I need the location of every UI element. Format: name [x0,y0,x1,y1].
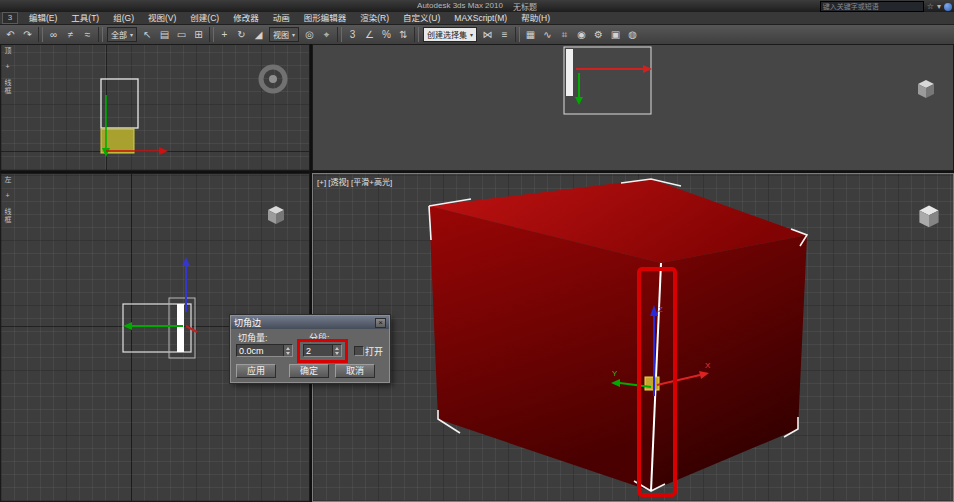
viewcube[interactable] [268,206,284,224]
toolbar-separator [414,27,419,42]
menu-customize[interactable]: 自定义(U) [396,12,447,24]
gizmo-x-label: X [705,361,711,370]
menu-create[interactable]: 创建(C) [183,12,226,24]
close-icon[interactable]: × [375,318,386,328]
undo-icon[interactable]: ↶ [2,27,19,42]
viewcube[interactable] [919,206,938,228]
selection-filter-dropdown[interactable]: 全部 ▾ [107,27,137,42]
chevron-down-icon[interactable]: ▾ [937,2,941,11]
infocenter-search-input[interactable] [820,1,924,12]
front-view-scene [313,45,954,171]
favorites-icon[interactable]: ☆ [927,2,934,11]
redo-icon[interactable]: ↷ [19,27,36,42]
menu-rendering[interactable]: 渲染(R) [353,12,396,24]
named-selection-set-value: 创建选择集 [427,29,467,40]
dialog-titlebar[interactable]: 切角边 × [231,316,389,329]
bind-to-spacewarp-icon[interactable]: ≈ [79,27,96,42]
chevron-down-icon: ▾ [470,31,473,38]
select-and-scale-icon[interactable]: ◢ [250,27,267,42]
chamfer-edge-dialog: 切角边 × 切角量: 分段: 0.0cm 2 打开 应用 确定 取消 [230,315,390,383]
toolbar-separator [98,27,103,42]
select-and-manipulate-icon[interactable]: ⌖ [318,27,335,42]
segments-highlight-annotation [297,339,348,363]
viewport-area: 顶 + 线框 [0,44,954,502]
open-checkbox[interactable] [354,346,364,356]
layer-manager-icon[interactable]: ▦ [522,27,539,42]
gizmo-z-label: Z [658,305,663,314]
window-crossing-icon[interactable]: ⊞ [190,27,207,42]
select-by-name-icon[interactable]: ▤ [156,27,173,42]
viewport-perspective[interactable]: [+] [透视] [平滑+高光] [312,173,954,502]
select-and-rotate-icon[interactable]: ↻ [233,27,250,42]
select-object-icon[interactable]: ↖ [139,27,156,42]
dialog-title: 切角边 [234,316,261,329]
document-title: 无标题 [513,1,537,12]
spin-down-icon[interactable] [284,351,292,357]
viewport-top[interactable]: 顶 + 线框 [0,44,310,171]
curve-editor-icon[interactable]: ∿ [539,27,556,42]
percent-snap-icon[interactable]: % [378,27,395,42]
3ds-max-window: Autodesk 3ds Max 2010 无标题 ☆ ▾ 3 编辑(E) 工具… [0,0,954,502]
selected-edge[interactable] [177,304,184,352]
toolbar-separator [38,27,43,42]
viewcube[interactable] [918,80,934,98]
snap-toggle-3d-icon[interactable]: 3 [344,27,361,42]
chamfer-amount-value[interactable]: 0.0cm [237,346,283,356]
toolbar-separator [515,27,520,42]
spinner-snap-icon[interactable]: ⇅ [395,27,412,42]
select-and-move-icon[interactable]: + [216,27,233,42]
selection-bracket [564,47,651,114]
use-pivot-point-icon[interactable]: ◎ [301,27,318,42]
reference-coordinate-value: 视图 [273,29,289,40]
gizmo-plane-handle[interactable] [645,377,659,390]
gizmo-x-arrowhead [159,147,168,155]
gizmo-z-arrowhead [182,257,190,266]
viewport-left-label[interactable]: 左 + 线框 [2,176,12,224]
top-view-scene [1,45,310,171]
render-production-icon[interactable]: ◍ [624,27,641,42]
select-link-icon[interactable]: ∞ [45,27,62,42]
schematic-view-icon[interactable]: ⌗ [556,27,573,42]
render-setup-icon[interactable]: ⚙ [590,27,607,42]
reference-coordinate-dropdown[interactable]: 视图 ▾ [269,27,299,42]
menu-tools[interactable]: 工具(T) [64,12,106,24]
rectangular-selection-region-icon[interactable]: ▭ [173,27,190,42]
menu-group[interactable]: 组(G) [106,12,141,24]
menubar: 3 编辑(E) 工具(T) 组(G) 视图(V) 创建(C) 修改器 动画 图形… [0,12,954,25]
unlink-selection-icon[interactable]: ≠ [62,27,79,42]
menu-modifiers[interactable]: 修改器 [226,12,266,24]
main-toolbar: ↶ ↷ ∞ ≠ ≈ 全部 ▾ ↖ ▤ ▭ ⊞ + ↻ ◢ 视图 ▾ ◎ ⌖ 3 … [0,25,954,45]
communication-center-icon[interactable] [944,3,952,11]
menu-animation[interactable]: 动画 [266,12,297,24]
viewcube-center[interactable] [269,75,277,83]
named-selection-set-combo[interactable]: 创建选择集 ▾ [423,27,477,42]
menu-edit[interactable]: 编辑(E) [22,12,64,24]
application-button[interactable]: 3 [2,12,18,24]
toolbar-separator [337,27,342,42]
titlebar: Autodesk 3ds Max 2010 无标题 ☆ ▾ [0,0,954,12]
apply-button[interactable]: 应用 [236,364,276,378]
ok-button[interactable]: 确定 [289,364,329,378]
box-object[interactable] [429,179,807,491]
selected-edge[interactable] [566,49,573,96]
chevron-down-icon: ▾ [292,31,295,38]
rendered-frame-window-icon[interactable]: ▣ [607,27,624,42]
app-title: Autodesk 3ds Max 2010 [417,1,503,12]
cancel-button[interactable]: 取消 [335,364,375,378]
menu-help[interactable]: 帮助(H) [514,12,557,24]
menu-views[interactable]: 视图(V) [141,12,183,24]
selection-filter-value: 全部 [111,29,127,40]
gizmo-y-arrowhead [123,322,132,330]
mirror-icon[interactable]: ⋈ [479,27,496,42]
viewport-perspective-label[interactable]: [+] [透视] [平滑+高光] [317,176,392,187]
viewport-top-label[interactable]: 顶 + 线框 [2,47,12,95]
menu-graph-editors[interactable]: 图形编辑器 [297,12,354,24]
material-editor-icon[interactable]: ◉ [573,27,590,42]
align-icon[interactable]: ≡ [496,27,513,42]
viewport-front[interactable] [312,44,954,171]
angle-snap-icon[interactable]: ∠ [361,27,378,42]
perspective-scene: Y X Z [313,174,954,502]
chamfer-amount-field[interactable]: 0.0cm [236,344,293,357]
dialog-body: 切角量: 分段: 0.0cm 2 打开 应用 确定 取消 [231,329,389,382]
menu-maxscript[interactable]: MAXScript(M) [447,12,514,24]
